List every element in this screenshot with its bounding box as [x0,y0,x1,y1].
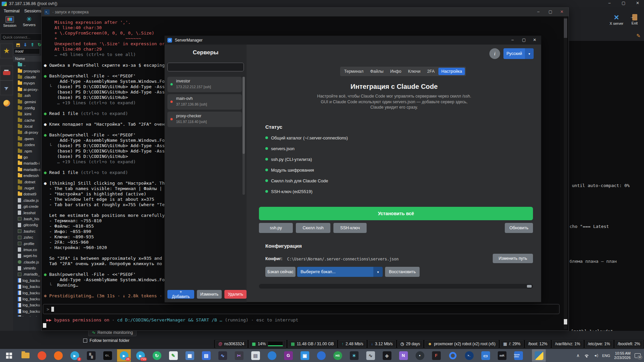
messenger-app[interactable]: ▸2 [68,349,82,362]
backup-select[interactable]: Выберите бэкап... ▾ [297,267,383,277]
install-all-button[interactable]: Установить всё [259,207,533,220]
file-item[interactable]: .claude.js [13,259,41,265]
notion[interactable]: N [396,349,410,362]
mobaxterm-maximize-button[interactable]: ▢ [620,1,627,5]
file-item[interactable]: dotnet9 [13,191,41,197]
figma[interactable]: F [429,349,443,362]
file-item[interactable]: endlessh [13,173,41,179]
install-part-button[interactable]: ssh.py [259,223,293,233]
server-list-scrollbar[interactable] [243,77,245,195]
photos-app[interactable]: ▣ [298,349,312,362]
file-column-header[interactable]: Name [13,56,41,62]
terminal-close-button[interactable]: ✕ [558,9,565,14]
mremoteng[interactable]: mR [495,349,509,362]
remote-desktop[interactable]: ▭ [479,349,492,362]
keyboard-language[interactable]: ENG [602,354,610,358]
backup-now-button[interactable]: Бэкап сейчас [265,267,296,277]
file-item[interactable]: .viminfo [13,265,41,271]
notification-center-icon[interactable]: 32 [635,353,641,358]
sync-app[interactable]: ↻ [150,349,164,362]
file-item[interactable]: .qwen [13,136,41,142]
calculator[interactable]: ▦ [183,349,197,362]
file-item[interactable]: log_backu [13,290,41,296]
file-item[interactable]: log_backu [13,284,41,290]
brave-browser[interactable] [35,349,49,362]
servermanager-minimize-button[interactable]: – [509,38,516,42]
mobaxterm-taskbar[interactable]: ✶ [347,349,361,362]
dark-sphere-app[interactable]: ◆ [380,349,394,362]
edit-server-button[interactable]: Изменить [197,290,222,299]
terminal-maximize-button[interactable]: ▢ [547,9,554,14]
purple-cut-tool[interactable]: ✂ [232,349,246,362]
quickutmo[interactable]: Quick utmo [512,349,525,362]
file-item[interactable]: .kimi [13,111,41,117]
heidisql[interactable]: HS [331,349,344,362]
file-item[interactable]: proxyapis [13,68,41,74]
x-server-button[interactable]: ✕ X server [608,13,625,25]
claude-input-box[interactable]: > [43,304,559,314]
menu-sessions[interactable]: Sessions [24,9,41,13]
file-item[interactable]: .. [13,62,41,68]
install-part-button[interactable]: SSH-ключ [333,223,367,233]
file-item[interactable]: .ssh [13,93,41,99]
file-item[interactable]: .npm [13,148,41,154]
file-item[interactable]: .gemini [13,99,41,105]
powershell[interactable]: >_ [462,349,476,362]
file-item[interactable]: .gitconfig [13,222,41,228]
file-item[interactable]: .bash_his [13,216,41,222]
terminal-scrollbar-thumb[interactable] [564,18,567,38]
file-item[interactable]: .claude [13,74,41,80]
python-app[interactable] [532,349,546,362]
notepad[interactable]: ▤ [249,349,262,362]
blue-sphere-app[interactable] [314,349,328,362]
server-item[interactable]: main-ovh37.187.136.86 [ssh] [167,94,242,110]
follow-terminal-folder-checkbox[interactable]: Follow terminal folder [83,338,129,343]
g-purple-app[interactable]: G [281,349,295,362]
server-item[interactable]: proxy-checker161.97.118.40 [ssh] [167,112,242,127]
exit-button[interactable]: Exit [628,13,641,25]
telegram[interactable]: ▸715 [133,349,147,362]
start-button[interactable] [2,349,16,362]
servers-button[interactable]: ✳ Servers [20,15,38,27]
file-item[interactable]: .codex [13,142,41,148]
add-server-button[interactable]: + Добавить [167,290,194,299]
tray-chevron-icon[interactable]: ∧ [576,353,580,358]
file-item[interactable]: .git-crede [13,203,41,209]
file-item[interactable]: .dotnet [13,179,41,185]
tools-tab[interactable] [0,66,13,80]
tray-clock[interactable]: 10:55 AM 2/23/2026 [614,351,631,360]
file-item[interactable]: log_backu [13,278,41,284]
server-list-scrollbar-thumb[interactable] [243,77,245,154]
file-item[interactable]: mariadb-c [13,167,41,173]
file-item[interactable]: .cache [13,117,41,123]
file-item[interactable]: log_backu [13,302,41,308]
file-item[interactable]: .profile [13,240,41,246]
file-explorer[interactable] [18,349,32,362]
file-item[interactable]: .lesshst [13,209,41,216]
file-item[interactable]: ai-proxy- [13,86,41,93]
file-item[interactable]: .tmux.co [13,247,41,253]
server-item[interactable]: investor173.212.212.157 [ssh] [167,77,242,92]
upload-file-icon[interactable]: ⇑ [30,42,36,47]
refresh-status-button[interactable]: Обновить [505,223,533,233]
system-monitor[interactable]: ∿ [364,349,377,362]
file-item[interactable]: log_backu [13,296,41,302]
terminal-scrollbar[interactable] [564,17,567,329]
file-item[interactable]: .claude.js [13,197,41,203]
server-search-input[interactable] [167,63,244,71]
change-path-button[interactable]: Изменить путь [493,254,533,263]
restore-button[interactable]: Восстановить [385,267,420,277]
file-item[interactable]: mariadb-i [13,160,41,166]
favorites-tab[interactable]: ★ [0,44,13,58]
path-input[interactable] [14,48,40,54]
file-item[interactable]: log_backu [13,314,41,316]
file-item[interactable]: go [13,154,41,160]
speaker-icon[interactable]: ◄) [594,354,598,357]
macros-tab[interactable]: ➤ [0,80,13,95]
visual-studio[interactable]: ∿ [216,349,229,362]
file-item[interactable]: .zshrc [13,234,41,240]
file-item[interactable]: .wget-hs [13,253,41,259]
github-desktop[interactable]: ● [413,349,427,362]
cmd-terminal[interactable]: C:\_ [101,349,114,362]
file-item[interactable]: .bashrc [13,228,41,234]
